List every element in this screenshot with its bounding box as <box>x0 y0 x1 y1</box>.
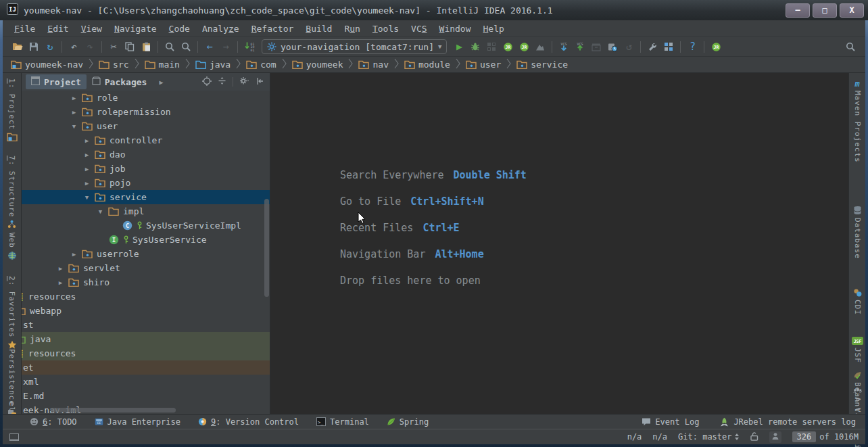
undo-icon[interactable]: ↶ <box>66 39 82 54</box>
menu-help[interactable]: Help <box>477 22 510 36</box>
tab-project[interactable]: Project <box>26 74 87 89</box>
tab-packages[interactable]: Packages <box>87 74 153 89</box>
menu-code[interactable]: Code <box>163 22 196 36</box>
collapse-arrow-icon[interactable]: ▼ <box>83 194 91 201</box>
help-icon[interactable]: ? <box>684 39 700 54</box>
tree-row-xml[interactable]: xml <box>22 375 270 389</box>
tree-row-controller[interactable]: ▶controller <box>22 133 270 147</box>
tree-row-resources[interactable]: resources <box>22 346 270 360</box>
jrebel-debug-icon[interactable]: JR <box>516 39 532 54</box>
shelve-icon[interactable] <box>588 39 604 54</box>
tool-stripe-2-favorites[interactable]: 2: Favorites <box>3 276 21 350</box>
tree-horizontal-scrollbar[interactable] <box>51 408 176 413</box>
breadcrumb-main[interactable]: main <box>143 60 181 70</box>
expand-arrow-icon[interactable]: ▶ <box>83 137 91 144</box>
expand-arrow-icon[interactable]: ▶ <box>83 151 91 158</box>
tree-row-user[interactable]: ▼user <box>22 119 270 133</box>
expand-arrow-icon[interactable]: ▶ <box>70 109 78 116</box>
minimize-button[interactable]: – <box>786 3 810 18</box>
locate-icon[interactable] <box>202 76 212 88</box>
breadcrumb-java[interactable]: java <box>194 60 232 70</box>
collapse-all-icon[interactable] <box>218 76 226 87</box>
redo-icon[interactable]: ↷ <box>82 39 98 54</box>
jrebel-run-icon[interactable]: JR <box>500 39 516 54</box>
tree-row-webapp[interactable]: webapp <box>22 304 270 318</box>
cut-icon[interactable]: ✂ <box>105 39 122 54</box>
lock-open-icon[interactable] <box>750 431 758 443</box>
vcs-update-icon[interactable]: VCS <box>556 39 572 54</box>
tool-stripe-maven-projects[interactable]: mMaven Projects <box>849 78 865 163</box>
collapse-arrow-icon[interactable]: ▼ <box>70 123 78 130</box>
tool-stripe-ant[interactable]: Ant <box>849 385 865 413</box>
toolwindow-button-6-todo[interactable]: 6: TODO <box>30 417 77 427</box>
breadcrumb-youmeek[interactable]: youmeek <box>291 60 345 70</box>
maximize-button[interactable]: □ <box>813 3 837 18</box>
debug-icon[interactable] <box>467 39 483 54</box>
breadcrumb-src[interactable]: src <box>97 60 130 70</box>
tree-row-userrole[interactable]: ▶userrole <box>22 247 270 261</box>
coverage-icon[interactable] <box>483 39 500 54</box>
run-config-selector[interactable]: your-navigation [tomcat7:run]▼ <box>262 39 447 54</box>
expand-arrow-icon[interactable]: ▶ <box>70 95 78 101</box>
close-button[interactable]: X <box>840 3 864 18</box>
tree-row-java[interactable]: java <box>22 332 270 346</box>
expand-arrow-icon[interactable]: ▶ <box>57 279 64 286</box>
menu-navigate[interactable]: Navigate <box>108 22 163 36</box>
toolwindow-button-9-version-control[interactable]: 9: Version Control <box>198 417 299 427</box>
gear-icon[interactable] <box>239 76 250 87</box>
menu-tools[interactable]: Tools <box>366 22 405 36</box>
expand-arrow-icon[interactable]: ▶ <box>83 180 91 187</box>
menu-refactor[interactable]: Refactor <box>245 22 300 36</box>
git-branch-widget[interactable]: Git: master <box>678 432 739 442</box>
tree-row-SysUserService[interactable]: ISysUserService <box>22 233 270 247</box>
project-structure-icon[interactable] <box>660 39 677 54</box>
profiler-icon[interactable] <box>532 39 548 54</box>
toolwindow-button-terminal[interactable]: >_Terminal <box>316 417 369 427</box>
more-tabs-icon[interactable]: ▶ <box>159 78 163 86</box>
tree-row-role[interactable]: ▶role <box>22 91 270 105</box>
tool-stripe-web[interactable]: Web <box>3 233 21 260</box>
tool-stripe-el[interactable]: el <box>3 402 21 412</box>
jrebel-sync-icon[interactable]: JR <box>708 39 724 54</box>
menu-analyze[interactable]: Analyze <box>196 22 245 36</box>
tool-stripe-database[interactable]: Database <box>849 206 865 259</box>
back-icon[interactable]: ← <box>201 39 218 54</box>
breadcrumb-user[interactable]: user <box>464 60 502 70</box>
expand-arrow-icon[interactable]: ▶ <box>57 265 64 272</box>
forward-icon[interactable]: → <box>218 39 234 54</box>
settings-wrench-icon[interactable] <box>644 39 660 54</box>
tree-row-SysUserServiceImpl[interactable]: CSysUserServiceImpl <box>22 218 270 233</box>
toolwindow-toggle-icon[interactable] <box>9 433 19 441</box>
tool-stripe-cdi[interactable]: CDI <box>849 288 865 315</box>
tree-row-E.md[interactable]: E.md <box>22 389 270 403</box>
menu-file[interactable]: File <box>8 22 41 36</box>
copy-icon[interactable] <box>122 39 138 54</box>
hide-panel-icon[interactable] <box>256 77 264 87</box>
synchronize-icon[interactable]: ↻ <box>42 39 58 54</box>
menu-window[interactable]: Window <box>433 22 477 36</box>
paste-icon[interactable] <box>138 39 154 54</box>
toolwindow-button-jrebel-remote-servers-log[interactable]: JRebel remote servers log <box>719 417 856 427</box>
menu-edit[interactable]: Edit <box>41 22 74 36</box>
tree-row-impl[interactable]: ▼impl <box>22 204 270 218</box>
tree-row-pojo[interactable]: ▶pojo <box>22 176 270 190</box>
breadcrumb-youmeek-nav[interactable]: youmeek-nav <box>9 60 85 70</box>
menu-build[interactable]: Build <box>299 22 338 36</box>
tree-row-resources[interactable]: resources <box>22 289 270 304</box>
tree-vertical-scrollbar[interactable] <box>264 199 269 297</box>
toolwindow-button-java-enterprise[interactable]: EEJava Enterprise <box>95 417 180 427</box>
menu-run[interactable]: Run <box>338 22 366 36</box>
tree-row-servlet[interactable]: ▶servlet <box>22 261 270 275</box>
breadcrumb-nav[interactable]: nav <box>357 60 389 70</box>
search-everywhere-icon[interactable] <box>842 39 859 54</box>
save-all-icon[interactable] <box>26 39 42 54</box>
tool-stripe-1-project[interactable]: 1: Project <box>3 78 21 141</box>
tree-row-dao[interactable]: ▶dao <box>22 147 270 162</box>
tree-row-shiro[interactable]: ▶shiro <box>22 275 270 289</box>
breadcrumb-com[interactable]: com <box>245 60 277 70</box>
rollback-icon[interactable]: ↺ <box>621 39 637 54</box>
find-icon[interactable] <box>162 39 178 54</box>
menu-vcs[interactable]: VCS <box>405 22 433 36</box>
replace-icon[interactable] <box>178 39 194 54</box>
tree-row-st[interactable]: st <box>22 318 270 332</box>
